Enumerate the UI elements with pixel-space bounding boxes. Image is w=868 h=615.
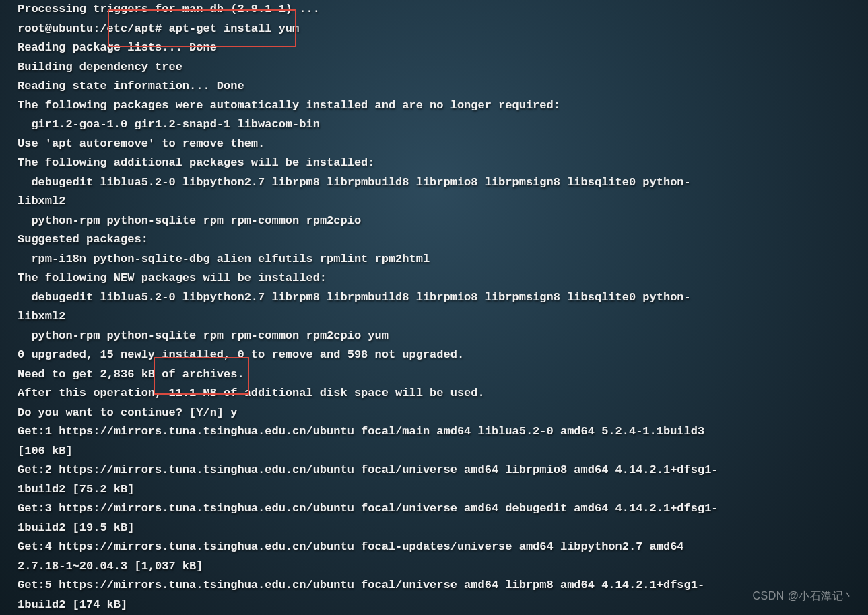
terminal-output[interactable]: Processing triggers for man-db (2.9.1-1)…	[18, 0, 729, 615]
terminal-line: python-rpm python-sqlite rpm rpm-common …	[18, 327, 729, 346]
terminal-line: The following NEW packages will be insta…	[18, 269, 729, 288]
terminal-line: rpm-i18n python-sqlite-dbg alien elfutil…	[18, 250, 729, 269]
terminal-line: The following additional packages will b…	[18, 154, 729, 173]
terminal-line: Building dependency tree	[18, 58, 729, 77]
terminal-line: gir1.2-goa-1.0 gir1.2-snapd-1 libwacom-b…	[18, 115, 729, 135]
terminal-line: Get:3 https://mirrors.tuna.tsinghua.edu.…	[18, 499, 729, 538]
terminal-line: Get:5 https://mirrors.tuna.tsinghua.edu.…	[18, 576, 729, 614]
terminal-line: The following packages were automaticall…	[18, 96, 729, 116]
terminal-line: Get:1 https://mirrors.tuna.tsinghua.edu.…	[18, 422, 729, 461]
terminal-line: debugedit liblua5.2-0 libpython2.7 librp…	[18, 288, 729, 327]
decorative-rule	[9, 0, 9, 615]
terminal-line: Need to get 2,836 kB of archives.	[18, 365, 729, 385]
terminal-line: Get:4 https://mirrors.tuna.tsinghua.edu.…	[18, 538, 729, 576]
annotation-box-command	[108, 9, 296, 47]
terminal-line: python-rpm python-sqlite rpm rpm-common …	[18, 212, 729, 231]
terminal-line: 0 upgraded, 15 newly installed, 0 to rem…	[18, 346, 729, 365]
terminal-line: Get:2 https://mirrors.tuna.tsinghua.edu.…	[18, 461, 729, 499]
terminal-line: Suggested packages:	[18, 230, 729, 250]
terminal-line: debugedit liblua5.2-0 libpython2.7 librp…	[18, 173, 729, 212]
terminal-line: After this operation, 11.1 MB of additio…	[18, 384, 729, 403]
terminal-line: Use 'apt autoremove' to remove them.	[18, 135, 729, 154]
terminal-line: Do you want to continue? [Y/n] y	[18, 403, 729, 423]
annotation-box-confirm	[154, 357, 249, 395]
terminal-line: Reading state information... Done	[18, 77, 729, 96]
watermark-text: CSDN @小石潭记丶	[752, 587, 855, 606]
